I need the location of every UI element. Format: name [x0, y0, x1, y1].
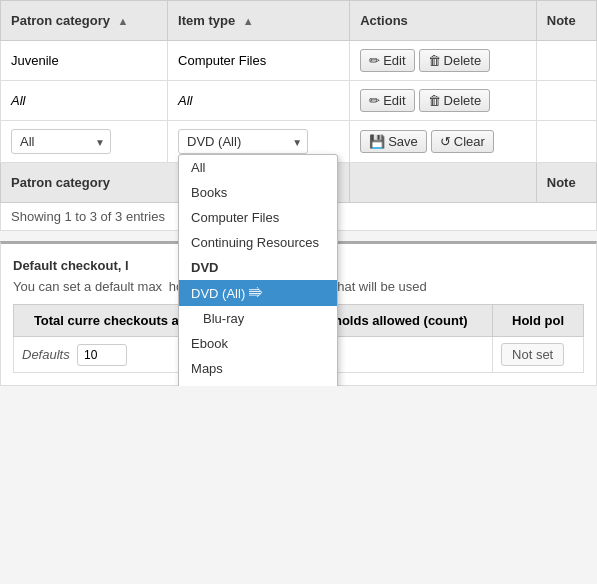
edit-button-2[interactable]: ✏ Edit [360, 89, 414, 112]
item-type-cell: Computer Files [168, 41, 350, 81]
table-row: All All ✏ Edit 🗑 Dele [1, 81, 597, 121]
dropdown-item-ebook[interactable]: Ebook [179, 331, 337, 356]
clear-button[interactable]: ↺ Clear [431, 130, 494, 153]
actions-cell: ✏ Edit 🗑 Delete [350, 41, 537, 81]
pencil-icon-2: ✏ [369, 93, 380, 108]
patron-category-sort-icon[interactable]: ▲ [118, 15, 129, 27]
actions-header: Actions [350, 1, 537, 41]
note-header: Note [536, 1, 596, 41]
clear-icon: ↺ [440, 134, 451, 149]
section-actions-header [350, 163, 537, 203]
dropdown-item-dvd-all[interactable]: DVD (All)⭆ [179, 280, 337, 306]
patron-category-select-wrapper: All ▼ [11, 129, 111, 154]
bottom-hold-policy-header: Hold pol [493, 305, 584, 337]
note-cell [536, 41, 596, 81]
dropdown-item-continuing-resources[interactable]: Continuing Resources [179, 230, 337, 255]
hold-policy-not-set-button[interactable]: Not set [501, 343, 564, 366]
dropdown-item-computer-files[interactable]: Computer Files [179, 205, 337, 230]
item-type-sort-icon[interactable]: ▲ [243, 15, 254, 27]
item-type-select-wrapper: DVD (All) ▼ [178, 129, 308, 154]
patron-category-select-cell: All ▼ [1, 121, 168, 163]
action-buttons-2: ✏ Edit 🗑 Delete [360, 89, 526, 112]
new-row-note-cell [536, 121, 596, 163]
dropdown-item-mixed-materials[interactable]: Mixed Materials [179, 381, 337, 386]
item-type-dropdown-menu: All Books Computer Files Continuing Reso… [178, 154, 338, 386]
new-row-actions-cell: 💾 Save ↺ Clear [350, 121, 537, 163]
table-row: Juvenile Computer Files ✏ Edit 🗑 [1, 41, 597, 81]
actions-cell: ✏ Edit 🗑 Delete [350, 81, 537, 121]
patron-category-header: Patron category ▲ [1, 1, 168, 41]
save-button[interactable]: 💾 Save [360, 130, 427, 153]
patron-category-select[interactable]: All [11, 129, 111, 154]
item-type-select[interactable]: DVD (All) [178, 129, 308, 154]
item-type-dropdown-container: DVD (All) ▼ All Books Computer Files Con… [178, 129, 339, 154]
trash-icon-2: 🗑 [428, 93, 441, 108]
new-row-action-buttons: 💾 Save ↺ Clear [360, 130, 526, 153]
dropdown-group-dvd: DVD [179, 255, 337, 280]
total-checkouts-input[interactable] [77, 344, 127, 366]
patron-category-cell: All [1, 81, 168, 121]
dropdown-item-books[interactable]: Books [179, 180, 337, 205]
trash-icon: 🗑 [428, 53, 441, 68]
delete-button[interactable]: 🗑 Delete [419, 49, 491, 72]
action-buttons: ✏ Edit 🗑 Delete [360, 49, 526, 72]
item-type-cell: All [168, 81, 350, 121]
dropdown-item-all[interactable]: All [179, 155, 337, 180]
circulation-rules-table: Patron category ▲ Item type ▲ Actions No… [0, 0, 597, 203]
new-rule-row: All ▼ DVD (All) ▼ [1, 121, 597, 163]
save-icon: 💾 [369, 134, 385, 149]
pencil-icon: ✏ [369, 53, 380, 68]
edit-button[interactable]: ✏ Edit [360, 49, 414, 72]
dropdown-item-bluray[interactable]: Blu-ray [179, 306, 337, 331]
note-cell-2 [536, 81, 596, 121]
cursor-icon: ⭆ [249, 285, 263, 301]
hold-policy-cell: Not set [493, 337, 584, 373]
item-type-header: Item type ▲ [168, 1, 350, 41]
patron-category-cell: Juvenile [1, 41, 168, 81]
section-note-header: Note [536, 163, 596, 203]
dropdown-item-maps[interactable]: Maps [179, 356, 337, 381]
item-type-select-cell: DVD (All) ▼ All Books Computer Files Con… [168, 121, 350, 163]
delete-button-2[interactable]: 🗑 Delete [419, 89, 491, 112]
